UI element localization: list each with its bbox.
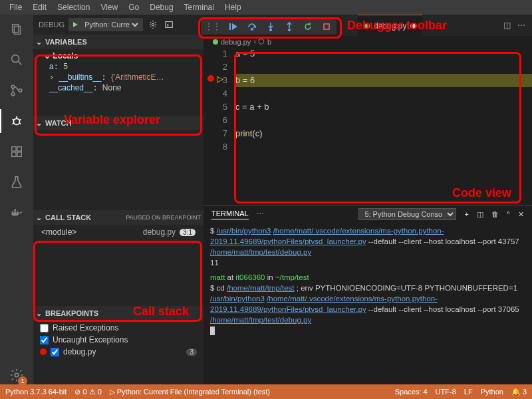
new-terminal-icon[interactable]: +	[464, 210, 468, 218]
status-lang[interactable]: Python	[481, 388, 503, 396]
breakpoint-dot-icon[interactable]	[207, 75, 214, 82]
svg-rect-0	[13, 25, 19, 33]
status-encoding[interactable]: UTF-8	[436, 388, 456, 396]
terminal-output[interactable]: $ /usr/bin/python3 /home/matt/.vscode/ex…	[203, 223, 532, 384]
search-icon[interactable]	[7, 51, 26, 69]
test-icon[interactable]	[7, 173, 26, 192]
debug-config-selector[interactable]: Python: Curre	[68, 18, 143, 31]
trash-icon[interactable]: 🗑	[491, 210, 499, 218]
editor-area: debug.py ◫ ⋯ debug.py › ⬡ b ▷ 12345678 a…	[203, 15, 532, 384]
menu-file[interactable]: File	[4, 3, 27, 12]
stop-button[interactable]	[321, 21, 332, 33]
status-spaces[interactable]: Spaces: 4	[395, 388, 428, 396]
more-icon[interactable]: ⋯	[257, 210, 264, 219]
variable-row[interactable]: › __builtins__: {'ArithmeticE…	[33, 72, 203, 82]
svg-rect-14	[12, 152, 16, 156]
menubar[interactable]: File Edit Selection View Go Debug Termin…	[0, 0, 532, 15]
settings-gear-icon[interactable]: 1	[7, 366, 26, 384]
menu-go[interactable]: Go	[123, 3, 144, 12]
svg-rect-20	[14, 209, 16, 211]
menu-selection[interactable]: Selection	[52, 3, 95, 12]
split-terminal-icon[interactable]: ◫	[477, 210, 483, 219]
menu-view[interactable]: View	[95, 3, 123, 12]
checkbox[interactable]	[40, 336, 49, 344]
status-debug-config[interactable]: ▷ Python: Current File (Integrated Termi…	[110, 388, 270, 396]
svg-point-4	[11, 85, 15, 88]
docker-icon[interactable]	[7, 203, 26, 222]
svg-point-23	[152, 23, 154, 26]
svg-point-5	[11, 92, 15, 96]
menu-edit[interactable]: Edit	[27, 3, 52, 12]
watch-header[interactable]: ⌄WATCH	[33, 116, 203, 130]
svg-line-3	[19, 62, 22, 65]
menu-help[interactable]: Help	[219, 3, 247, 12]
gear-icon[interactable]	[147, 19, 159, 31]
debug-toolbar[interactable]: ⋮⋮	[201, 19, 336, 35]
continue-button[interactable]	[227, 21, 239, 33]
tab-debugpy[interactable]: debug.py	[358, 15, 422, 36]
modified-dot-icon	[410, 23, 416, 29]
svg-point-21	[15, 373, 19, 377]
status-bar[interactable]: Python 3.7.3 64-bit ⊘ 0 ⚠ 0 ▷ Python: Cu…	[0, 384, 532, 399]
breadcrumb[interactable]: debug.py › ⬡ b	[203, 36, 532, 47]
chevron-down-icon: ⌄	[36, 309, 44, 318]
debug-label: DEBUG	[39, 21, 65, 29]
svg-point-27	[251, 29, 253, 31]
menu-debug[interactable]: Debug	[144, 3, 178, 12]
checkbox[interactable]	[40, 324, 49, 332]
status-notifications[interactable]: 🔔 3	[511, 388, 527, 396]
close-icon[interactable]: ✕	[518, 210, 524, 219]
debug-config-dropdown[interactable]: Python: Curre	[82, 20, 140, 29]
svg-rect-24	[166, 22, 173, 28]
breakpoints-header[interactable]: ⌄BREAKPOINTS	[33, 306, 203, 321]
scm-icon[interactable]	[7, 81, 26, 100]
debug-console-icon[interactable]	[163, 19, 175, 31]
bp-file[interactable]: debug.py3	[33, 346, 203, 358]
chevron-up-icon[interactable]: ^	[507, 210, 510, 218]
step-over-button[interactable]	[246, 21, 258, 33]
svg-marker-22	[73, 22, 78, 27]
callstack-frame[interactable]: <module> debug.py 3:1	[33, 226, 203, 238]
locals-header[interactable]: ⌄ Locals	[33, 51, 203, 61]
svg-point-7	[13, 118, 19, 124]
current-line-arrow-icon: ▷	[217, 74, 223, 84]
menu-terminal[interactable]: Terminal	[179, 3, 219, 12]
status-problems[interactable]: ⊘ 0 ⚠ 0	[74, 388, 101, 396]
bp-raised[interactable]: Raised Exceptions	[33, 322, 203, 334]
step-into-button[interactable]	[265, 21, 277, 33]
split-icon[interactable]: ◫	[503, 21, 511, 30]
file-icon	[364, 23, 370, 29]
variable-row[interactable]: __cached__: None	[33, 82, 203, 93]
terminal-tab[interactable]: TERMINAL	[211, 209, 249, 219]
svg-point-29	[270, 29, 272, 31]
checkbox[interactable]	[51, 348, 59, 356]
restart-button[interactable]	[302, 21, 314, 33]
breakpoint-dot-icon	[40, 348, 47, 355]
svg-rect-19	[17, 211, 19, 213]
svg-rect-32	[324, 24, 329, 29]
grip-icon[interactable]: ⋮⋮	[205, 22, 221, 31]
more-icon[interactable]: ⋯	[517, 21, 525, 30]
debug-icon[interactable]	[7, 112, 26, 130]
terminal-panel: TERMINAL ⋯ 5: Python Debug Conso + ◫ 🗑 ^…	[203, 205, 532, 384]
svg-rect-1	[14, 26, 20, 34]
explorer-icon[interactable]	[7, 20, 26, 39]
svg-rect-16	[17, 147, 21, 151]
update-badge: 1	[18, 376, 27, 386]
callstack-header[interactable]: ⌄CALL STACKPAUSED ON BREAKPOINT	[33, 210, 203, 225]
status-eol[interactable]: LF	[464, 388, 473, 396]
svg-point-2	[12, 55, 19, 63]
variable-row[interactable]: a: 5	[33, 61, 203, 72]
status-python[interactable]: Python 3.7.3 64-bit	[5, 388, 66, 396]
activity-bar: 1	[0, 15, 33, 384]
svg-point-6	[19, 89, 22, 92]
extensions-icon[interactable]	[7, 142, 26, 161]
svg-rect-15	[17, 152, 21, 156]
variables-header[interactable]: ⌄VARIABLES	[33, 35, 203, 49]
svg-rect-17	[12, 211, 14, 213]
step-out-button[interactable]	[283, 21, 295, 33]
code-editor[interactable]: ▷ 12345678 a = 5 b = 6 c = a + b print(c…	[203, 47, 532, 205]
chevron-down-icon: ⌄	[36, 119, 44, 128]
terminal-selector[interactable]: 5: Python Debug Conso	[358, 208, 456, 220]
bp-uncaught[interactable]: Uncaught Exceptions	[33, 334, 203, 346]
